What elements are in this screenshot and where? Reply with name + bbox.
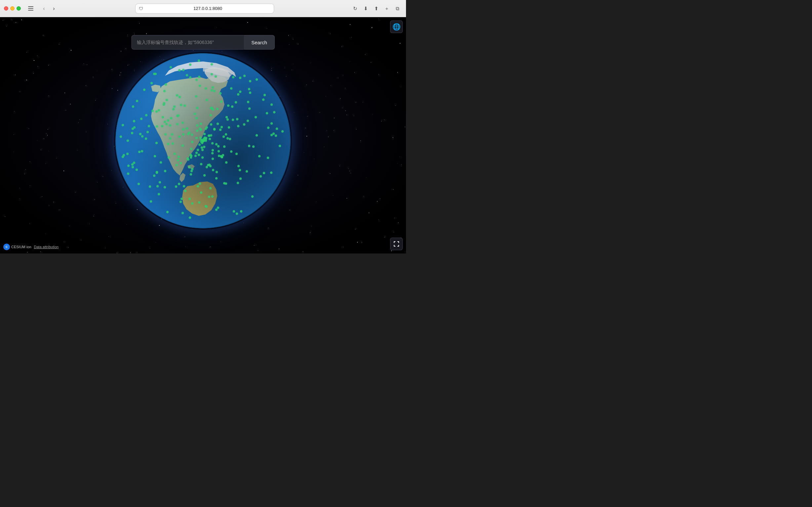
buoy-dot[interactable] — [177, 155, 180, 158]
buoy-dot[interactable] — [201, 142, 203, 144]
download-button[interactable]: ⬇ — [361, 4, 370, 13]
buoy-dot[interactable] — [149, 185, 151, 188]
buoy-dot[interactable] — [237, 182, 239, 184]
buoy-dot[interactable] — [183, 104, 186, 107]
sidebar-toggle[interactable] — [26, 4, 35, 13]
buoy-dot[interactable] — [239, 169, 241, 171]
buoy-dot[interactable] — [140, 118, 143, 120]
buoy-dot[interactable] — [206, 126, 208, 128]
buoy-dot[interactable] — [153, 174, 155, 177]
buoy-dot[interactable] — [145, 114, 148, 116]
buoy-dot[interactable] — [196, 79, 198, 81]
buoy-dot[interactable] — [183, 185, 185, 187]
buoy-dot[interactable] — [196, 107, 198, 109]
buoy-dot[interactable] — [212, 86, 214, 89]
buoy-dot[interactable] — [211, 142, 214, 145]
buoy-dot[interactable] — [151, 110, 154, 112]
buoy-dot[interactable] — [201, 156, 204, 159]
buoy-dot[interactable] — [231, 105, 233, 108]
buoy-dot[interactable] — [239, 91, 241, 93]
tabs-button[interactable]: ⧉ — [393, 4, 402, 13]
buoy-dot[interactable] — [177, 159, 179, 161]
buoy-dot[interactable] — [215, 177, 218, 179]
buoy-dot[interactable] — [178, 69, 180, 71]
buoy-dot[interactable] — [212, 108, 214, 111]
buoy-dot[interactable] — [236, 118, 238, 120]
buoy-dot[interactable] — [141, 150, 143, 152]
buoy-dot[interactable] — [213, 128, 216, 130]
buoy-dot[interactable] — [131, 166, 134, 168]
buoy-dot[interactable] — [266, 112, 268, 114]
buoy-dot[interactable] — [211, 89, 213, 92]
buoy-dot[interactable] — [260, 175, 262, 177]
buoy-dot[interactable] — [191, 141, 194, 143]
buoy-dot[interactable] — [200, 191, 202, 193]
buoy-search-input[interactable] — [131, 35, 243, 50]
buoy-dot[interactable] — [131, 127, 134, 130]
reload-button[interactable]: ↻ — [350, 4, 360, 13]
buoy-dot[interactable] — [201, 147, 203, 149]
buoy-dot[interactable] — [190, 156, 192, 159]
buoy-dot[interactable] — [159, 181, 161, 183]
buoy-dot[interactable] — [190, 148, 193, 150]
buoy-dot[interactable] — [229, 138, 231, 140]
buoy-dot[interactable] — [160, 161, 162, 163]
buoy-dot[interactable] — [122, 124, 124, 126]
buoy-dot[interactable] — [270, 104, 273, 106]
buoy-dot[interactable] — [166, 99, 168, 101]
buoy-dot[interactable] — [186, 74, 188, 76]
buoy-dot[interactable] — [225, 133, 227, 135]
buoy-dot[interactable] — [138, 183, 140, 185]
buoy-dot[interactable] — [136, 100, 138, 102]
buoy-dot[interactable] — [237, 165, 240, 167]
buoy-dot[interactable] — [206, 166, 208, 168]
buoy-dot[interactable] — [228, 126, 230, 128]
buoy-dot[interactable] — [171, 133, 173, 135]
buoy-dot[interactable] — [204, 136, 206, 138]
buoy-dot[interactable] — [190, 173, 192, 175]
globe-view-button[interactable]: 🌐 — [390, 20, 403, 33]
buoy-dot[interactable] — [247, 120, 249, 122]
buoy-dot[interactable] — [258, 155, 261, 157]
buoy-dot[interactable] — [136, 169, 138, 171]
buoy-dot[interactable] — [198, 76, 200, 78]
buoy-dot[interactable] — [252, 146, 255, 148]
buoy-dot[interactable] — [236, 213, 238, 215]
buoy-dot[interactable] — [201, 149, 204, 151]
buoy-dot[interactable] — [248, 145, 250, 147]
buoy-dot[interactable] — [196, 137, 198, 139]
buoy-dot[interactable] — [197, 185, 199, 187]
buoy-dot[interactable] — [215, 75, 217, 78]
buoy-dot[interactable] — [219, 128, 221, 130]
buoy-dot[interactable] — [267, 157, 269, 159]
buoy-dot[interactable] — [138, 151, 141, 153]
buoy-dot[interactable] — [232, 76, 234, 78]
buoy-dot[interactable] — [279, 145, 281, 147]
address-bar[interactable]: 🛡 127.0.0.1:8080 — [135, 4, 274, 13]
buoy-dot[interactable] — [270, 134, 273, 136]
buoy-dot[interactable] — [150, 200, 152, 203]
buoy-dot[interactable] — [164, 186, 166, 188]
buoy-dot[interactable] — [243, 123, 245, 126]
buoy-dot[interactable] — [248, 88, 250, 90]
buoy-dot[interactable] — [175, 164, 178, 166]
buoy-dot[interactable] — [164, 133, 167, 135]
buoy-dot[interactable] — [189, 217, 191, 219]
buoy-dot[interactable] — [212, 158, 214, 160]
buoy-dot[interactable] — [208, 196, 210, 198]
buoy-dot[interactable] — [165, 123, 168, 125]
buoy-dot[interactable] — [196, 117, 198, 119]
buoy-dot[interactable] — [222, 135, 225, 138]
buoy-dot[interactable] — [243, 75, 246, 77]
buoy-dot[interactable] — [205, 87, 207, 90]
buoy-dot[interactable] — [212, 169, 214, 171]
buoy-dot[interactable] — [247, 101, 249, 103]
buoy-dot[interactable] — [215, 209, 218, 211]
buoy-dot[interactable] — [164, 121, 166, 123]
buoy-dot[interactable] — [239, 77, 241, 79]
buoy-dot[interactable] — [131, 132, 133, 134]
buoy-dot[interactable] — [167, 119, 169, 122]
buoy-dot[interactable] — [163, 90, 166, 92]
buoy-dot[interactable] — [240, 210, 242, 213]
buoy-dot[interactable] — [248, 107, 251, 110]
